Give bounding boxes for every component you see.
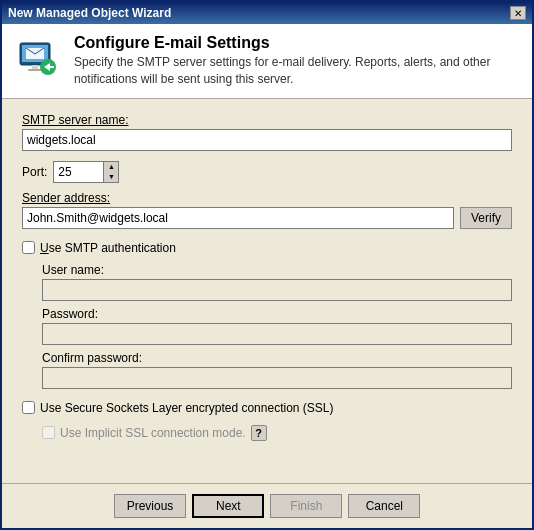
footer: Previous Next Finish Cancel xyxy=(2,483,532,528)
header-text: Configure E-mail Settings Specify the SM… xyxy=(74,34,518,88)
page-title: Configure E-mail Settings xyxy=(74,34,518,52)
sender-label: Sender address: xyxy=(22,191,512,205)
confirm-password-label: Confirm password: xyxy=(42,351,512,365)
port-label: Port: xyxy=(22,165,47,179)
smtp-auth-checkbox[interactable] xyxy=(22,241,35,254)
smtp-auth-label: Use SMTP authentication xyxy=(40,241,176,255)
port-input[interactable] xyxy=(53,161,103,183)
ssl-label: Use Secure Sockets Layer encrypted conne… xyxy=(40,401,333,415)
username-label: User name: xyxy=(42,263,512,277)
confirm-password-section: Confirm password: xyxy=(42,351,512,389)
computer-icon xyxy=(16,39,60,83)
password-section: Password: xyxy=(42,307,512,345)
verify-button[interactable]: Verify xyxy=(460,207,512,229)
port-input-wrapper: ▲ ▼ xyxy=(53,161,119,183)
implicit-ssl-row: Use Implicit SSL connection mode. ? xyxy=(22,425,512,441)
implicit-ssl-checkbox[interactable] xyxy=(42,426,55,439)
svg-rect-5 xyxy=(32,65,38,69)
finish-button[interactable]: Finish xyxy=(270,494,342,518)
smtp-auth-row: Use SMTP authentication xyxy=(22,241,512,255)
wizard-window: New Managed Object Wizard ✕ xyxy=(0,0,534,530)
password-input[interactable] xyxy=(42,323,512,345)
port-spinner: ▲ ▼ xyxy=(103,161,119,183)
auth-fields-section: User name: Password: Confirm password: xyxy=(22,263,512,389)
sender-section: Sender address: Verify xyxy=(22,191,512,229)
header-section: Configure E-mail Settings Specify the SM… xyxy=(2,24,532,99)
help-button[interactable]: ? xyxy=(251,425,267,441)
password-label: Password: xyxy=(42,307,512,321)
smtp-server-label: SMTP server name: xyxy=(22,113,512,127)
smtp-server-section: SMTP server name: xyxy=(22,113,512,151)
port-increment-button[interactable]: ▲ xyxy=(104,162,118,172)
sender-row: Verify xyxy=(22,207,512,229)
page-subtitle: Specify the SMTP server settings for e-m… xyxy=(74,54,518,88)
implicit-ssl-label: Use Implicit SSL connection mode. xyxy=(60,426,246,440)
title-bar: New Managed Object Wizard ✕ xyxy=(2,2,532,24)
close-button[interactable]: ✕ xyxy=(510,6,526,20)
port-decrement-button[interactable]: ▼ xyxy=(104,172,118,182)
confirm-password-input[interactable] xyxy=(42,367,512,389)
port-section: Port: ▲ ▼ xyxy=(22,161,512,183)
svg-rect-6 xyxy=(28,69,42,71)
ssl-row: Use Secure Sockets Layer encrypted conne… xyxy=(22,401,512,415)
username-input[interactable] xyxy=(42,279,512,301)
svg-rect-9 xyxy=(50,66,54,68)
smtp-server-input[interactable] xyxy=(22,129,512,151)
ssl-checkbox[interactable] xyxy=(22,401,35,414)
cancel-button[interactable]: Cancel xyxy=(348,494,420,518)
window-title: New Managed Object Wizard xyxy=(8,6,171,20)
form-content: SMTP server name: Port: ▲ ▼ Sender addre… xyxy=(2,99,532,483)
sender-input[interactable] xyxy=(22,207,454,229)
username-section: User name: xyxy=(42,263,512,301)
previous-button[interactable]: Previous xyxy=(114,494,187,518)
next-button[interactable]: Next xyxy=(192,494,264,518)
